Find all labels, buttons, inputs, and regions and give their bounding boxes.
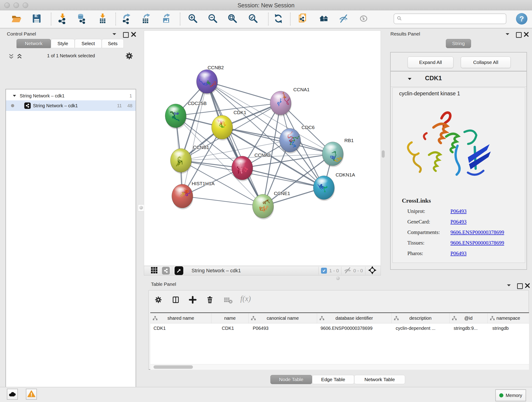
expand-all-button[interactable]: Expand All [408,57,453,68]
zoom-out-button[interactable] [207,13,219,25]
collapse-all-networks-button[interactable] [8,53,14,61]
delete-table-button-disabled[interactable] [224,297,233,305]
network-edge-count: 48 [127,103,133,108]
column-header[interactable]: database identifier [317,313,392,323]
network-edge [207,82,263,206]
refresh-button[interactable] [272,13,284,25]
table-panel-collapse-button[interactable] [506,283,511,288]
collection-label: String Network – cdk1 [20,93,65,99]
import-network-button[interactable] [57,13,69,25]
tab-network[interactable]: Network [17,39,51,48]
zoom-in-button[interactable] [187,13,199,25]
open-session-button[interactable] [11,13,22,25]
string-home-button[interactable] [318,13,330,25]
zoom-selected-button[interactable] [247,13,259,25]
column-header[interactable]: canonical name [249,313,317,323]
warnings-button[interactable] [26,389,37,400]
column-header[interactable]: namespace [488,313,529,323]
tab-string[interactable]: String [446,39,471,48]
grid-view-icon[interactable] [151,267,158,275]
tab-edge-table[interactable]: Edge Table [312,375,354,384]
zoom-out-icon [207,13,218,25]
network-options-gear-button[interactable] [125,52,133,61]
vertical-splitter-grip-right[interactable] [382,150,385,158]
network-node[interactable]: RB1 [322,138,354,166]
zoom-fit-button[interactable] [227,13,239,25]
network-from-file-button[interactable] [297,13,309,25]
network-node[interactable]: CDK1 [211,110,246,139]
toolbar-separator [290,13,291,26]
crosslink-link[interactable]: P06493 [450,208,467,214]
hide-selected-button[interactable] [338,13,350,25]
control-panel-collapse-button[interactable] [112,32,117,37]
tab-select[interactable]: Select [75,39,102,48]
delete-column-button[interactable] [206,296,214,305]
memory-label: Memory [506,393,522,398]
crosshair-icon[interactable] [368,266,377,276]
function-builder-button-disabled[interactable]: f(x) [240,294,251,303]
export-table-button[interactable] [140,13,152,25]
collapse-triangle-icon[interactable] [407,77,412,82]
export-image-button[interactable] [160,13,172,25]
network-row-selected[interactable]: String Network – cdk1 11 48 [6,100,136,111]
network-tree: String Network – cdk1 1 String Network –… [6,89,136,402]
tab-node-table[interactable]: Node Table [270,375,312,384]
table-options-gear-button[interactable] [154,296,162,305]
tab-network-table[interactable]: Network Table [354,375,405,384]
table-hscrollbar[interactable] [150,364,529,370]
show-columns-button[interactable] [172,296,180,305]
string-badge-icon[interactable] [162,267,170,274]
tab-style[interactable]: Style [51,39,75,48]
table-row[interactable]: CDK1 CDK1 P06493 9606.ENSP00000378699 cy… [150,323,529,333]
column-header[interactable]: description [392,313,450,323]
search-input[interactable] [404,16,506,22]
show-all-button[interactable] [358,13,370,25]
save-session-button[interactable] [31,13,43,25]
network-label: String Network – cdk1 [33,103,78,108]
collection-expand-icon[interactable] [12,93,17,99]
table-panel-float-button[interactable] [517,283,523,289]
crosslink-label: Uniprot: [407,208,450,214]
network-selection-status: 1 of 1 Network selected [25,53,117,58]
control-panel-close-button[interactable] [131,32,136,38]
memory-button[interactable]: Memory [495,389,526,401]
network-collection-row[interactable]: String Network – cdk1 1 [6,91,136,101]
cloud-status-button[interactable] [7,389,18,400]
node-label: CCNA2 [254,153,271,158]
crosslink-link[interactable]: P06493 [450,219,467,225]
selected-checkbox-icon[interactable] [321,268,327,274]
protein-result-card: CDK1 cyclin-dependent kinase 1 [390,71,527,270]
protein-card-header[interactable]: CDK1 [391,71,526,87]
hidden-eye-slash-icon[interactable] [344,267,351,274]
crosslink-link[interactable]: 9606.ENSP00000378699 [450,230,504,235]
collapse-all-button[interactable]: Collapse All [461,57,511,68]
column-header[interactable]: name [211,313,249,323]
results-panel-close-button[interactable] [524,32,529,38]
add-column-button[interactable] [189,296,196,305]
import-table-button[interactable] [97,13,109,25]
table-panel-box: f(x) shared name name canonical name dat… [148,290,529,370]
tab-sets[interactable]: Sets [102,39,124,48]
column-header[interactable]: shared name [150,313,211,323]
column-label: database identifier [336,316,373,321]
results-panel-collapse-button[interactable] [505,32,510,37]
help-glyph: ? [519,15,524,23]
collection-count: 1 [129,93,132,99]
results-panel-float-button[interactable] [516,32,522,38]
network-node[interactable]: CDKN1A [313,172,355,200]
expand-all-networks-button[interactable] [17,53,22,61]
crosslink-link[interactable]: 9606.ENSP00000378699 [450,240,504,246]
help-button[interactable]: ? [516,13,527,25]
table-panel-close-button[interactable] [525,283,530,289]
network-node[interactable]: HIST1H1A [172,181,215,208]
table-header-row: shared name name canonical name database… [150,313,529,323]
birdseye-view-icon[interactable] [175,266,183,275]
network-canvas[interactable]: CCNB2CCNA1CDC25BCDK1CDC6RB1CCNB1CCNA2HIS… [144,31,381,266]
table-hscrollbar-thumb[interactable] [153,365,193,369]
control-panel-float-button[interactable] [123,32,129,38]
column-header[interactable]: @id [450,313,488,323]
export-network-button[interactable] [121,13,133,25]
search-field[interactable] [394,13,506,24]
crosslink-link[interactable]: P06493 [450,250,467,256]
import-database-button[interactable] [76,13,88,25]
